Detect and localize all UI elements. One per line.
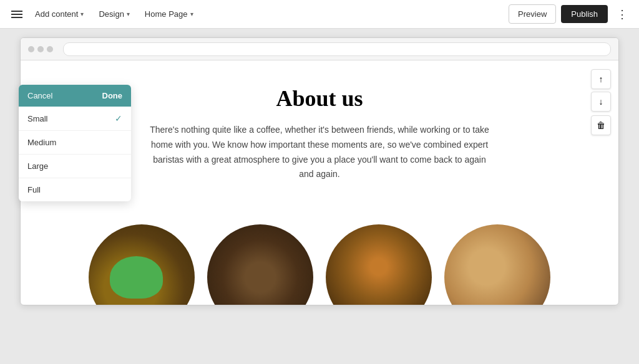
browser-url-bar bbox=[63, 42, 611, 56]
add-content-menu-button[interactable]: Add content ▾ bbox=[29, 6, 90, 22]
add-content-label: Add content bbox=[35, 9, 78, 19]
size-option-medium[interactable]: Medium bbox=[19, 131, 131, 155]
gallery-image-2[interactable] bbox=[207, 224, 313, 305]
about-title: About us bbox=[71, 85, 568, 112]
dropdown-header: Cancel Done bbox=[19, 85, 131, 107]
gallery-image-3[interactable] bbox=[326, 224, 432, 305]
chevron-down-icon: ▾ bbox=[80, 11, 84, 17]
image-gallery bbox=[21, 218, 618, 305]
checkmark-icon: ✓ bbox=[115, 113, 122, 123]
size-option-small-label: Small bbox=[27, 114, 48, 123]
coffee-beans-image bbox=[326, 224, 432, 305]
browser-bar bbox=[21, 38, 618, 60]
scroll-down-button[interactable]: ↓ bbox=[591, 92, 611, 112]
dropdown-done-button[interactable]: Done bbox=[102, 91, 123, 100]
about-text: There's nothing quite like a coffee, whe… bbox=[145, 123, 494, 182]
size-option-medium-label: Medium bbox=[27, 138, 56, 147]
size-option-full[interactable]: Full bbox=[19, 178, 131, 201]
hamburger-menu-button[interactable] bbox=[7, 7, 26, 22]
chevron-down-icon: ▾ bbox=[127, 11, 130, 17]
latte-cups-image bbox=[207, 224, 313, 305]
browser-dot-red bbox=[28, 46, 34, 52]
design-label: Design bbox=[99, 9, 124, 19]
gallery-image-4[interactable] bbox=[444, 224, 550, 305]
size-option-large-label: Large bbox=[27, 161, 48, 171]
preview-button[interactable]: Preview bbox=[509, 4, 556, 24]
float-controls: ↑ ↓ 🗑 bbox=[591, 69, 611, 135]
toolbar-right: Preview Publish ⋮ bbox=[509, 4, 632, 24]
scroll-up-button[interactable]: ↑ bbox=[591, 69, 611, 89]
coffee-cup-green-image bbox=[89, 224, 195, 305]
toolbar: Add content ▾ Design ▾ Home Page ▾ Previ… bbox=[0, 0, 639, 29]
browser-dots bbox=[28, 46, 53, 52]
browser-dot-green bbox=[47, 46, 53, 52]
home-page-label: Home Page bbox=[145, 9, 188, 19]
browser-dot-yellow bbox=[37, 46, 44, 52]
size-option-full-label: Full bbox=[27, 185, 41, 194]
gallery-image-1[interactable] bbox=[89, 224, 195, 305]
design-menu-button[interactable]: Design ▾ bbox=[92, 6, 135, 22]
size-dropdown-panel: Cancel Done Small ✓ Medium Large Full bbox=[19, 85, 131, 201]
delete-button[interactable]: 🗑 bbox=[591, 115, 611, 135]
toolbar-left: Add content ▾ Design ▾ Home Page ▾ bbox=[7, 6, 200, 22]
more-options-button[interactable]: ⋮ bbox=[613, 5, 632, 24]
size-option-large[interactable]: Large bbox=[19, 155, 131, 178]
canvas-area: About us There's nothing quite like a co… bbox=[0, 29, 639, 364]
publish-button[interactable]: Publish bbox=[561, 5, 608, 23]
dropdown-cancel-button[interactable]: Cancel bbox=[27, 91, 52, 100]
home-page-menu-button[interactable]: Home Page ▾ bbox=[139, 6, 200, 22]
chevron-down-icon: ▾ bbox=[190, 11, 193, 17]
size-option-small[interactable]: Small ✓ bbox=[19, 107, 131, 131]
latte-swirl-image bbox=[444, 224, 550, 305]
